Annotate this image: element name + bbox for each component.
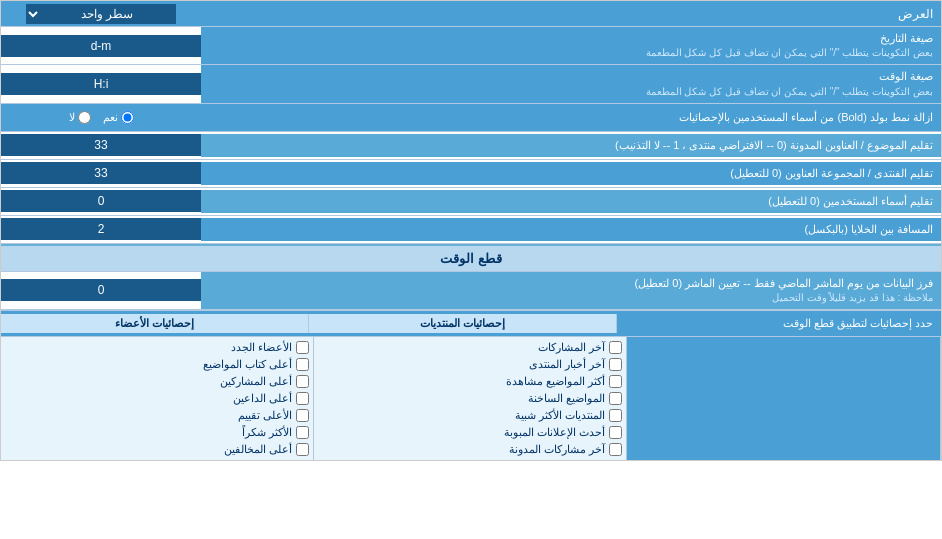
cell-spacing-row: المسافة بين الخلايا (بالبكسل) [1,216,941,244]
col2-data: الأعضاء الجددأعلى كتاب المواضيعأعلى المش… [1,337,314,460]
list-item: آخر المشاركات [318,339,622,356]
display-select-wrap[interactable]: سطر واحدسطرينثلاثة أسطر [1,2,201,26]
time-cut-input-wrap[interactable] [1,279,201,301]
col1-checkbox-6[interactable] [609,443,622,456]
topics-order-row: تقليم الموضوع / العناوين المدونة (0 -- ا… [1,132,941,160]
checkboxes-header-label: حدد إحصائيات لتطبيق قطع الوقت [617,314,941,333]
col2-checkbox-0[interactable] [296,341,309,354]
col2-checkbox-1[interactable] [296,358,309,371]
bold-remove-label: ازالة نمط بولد (Bold) من أسماء المستخدمي… [201,106,941,129]
bold-yes-radio[interactable] [121,111,134,124]
users-trim-input[interactable] [9,194,193,208]
col1-header: إحصائيات المنتديات [309,314,617,333]
bold-yes-label[interactable]: نعم [103,111,134,124]
bold-no-radio[interactable] [78,111,91,124]
col2-checkbox-2[interactable] [296,375,309,388]
display-select[interactable]: سطر واحدسطرينثلاثة أسطر [26,4,176,24]
list-item: الأكثر شكراً [5,424,309,441]
forum-order-input[interactable] [9,166,193,180]
list-item: الأعضاء الجدد [5,339,309,356]
list-item: المواضيع الساخنة [318,390,622,407]
forum-order-row: تقليم الفنتدى / المجموعة العناوين (0 للت… [1,160,941,188]
list-item: أعلى كتاب المواضيع [5,356,309,373]
list-item: أحدث الإعلانات المبوبة [318,424,622,441]
list-item: أعلى المشاركين [5,373,309,390]
time-cut-input[interactable] [9,283,193,297]
list-item: أعلى الداعين [5,390,309,407]
display-label: العرض [201,4,941,24]
list-item: آخر أخبار المنتدى [318,356,622,373]
col1-checkbox-4[interactable] [609,409,622,422]
list-item: أعلى المخالفين [5,441,309,458]
users-trim-input-wrap[interactable] [1,190,201,212]
bold-remove-row: ازالة نمط بولد (Bold) من أسماء المستخدمي… [1,104,941,132]
time-cut-row: فرز البيانات من يوم الماشر الماضي فقط --… [1,272,941,310]
col1-checkbox-3[interactable] [609,392,622,405]
col2-checkbox-5[interactable] [296,426,309,439]
time-format-input[interactable] [9,77,193,91]
col1-data: آخر المشاركاتآخر أخبار المنتدىأكثر الموا… [314,337,627,460]
time-format-label: صيغة الوقت بعض التكوينات يتطلب "/" التي … [201,65,941,102]
checkboxes-empty-left [627,337,941,460]
bold-no-label[interactable]: لا [69,111,91,124]
col2-header: إحصائيات الأعضاء [1,314,309,333]
checkboxes-cols-data: آخر المشاركاتآخر أخبار المنتدىأكثر الموا… [1,337,627,460]
cell-spacing-input-wrap[interactable] [1,218,201,240]
col1-checkbox-0[interactable] [609,341,622,354]
col1-checkbox-5[interactable] [609,426,622,439]
col1-checkbox-2[interactable] [609,375,622,388]
checkboxes-col-headers: إحصائيات المنتديات إحصائيات الأعضاء [1,314,617,333]
list-item: آخر مشاركات المدونة [318,441,622,458]
list-item: الأعلى تقييم [5,407,309,424]
checkboxes-section: حدد إحصائيات لتطبيق قطع الوقت إحصائيات ا… [1,310,941,460]
cell-spacing-label: المسافة بين الخلايا (بالبكسل) [201,218,941,241]
date-format-row: صيغة التاريخ بعض التكوينات يتطلب "/" الت… [1,27,941,65]
time-cut-label: فرز البيانات من يوم الماشر الماضي فقط --… [201,272,941,309]
time-format-input-wrap[interactable] [1,73,201,95]
checkboxes-header-row: حدد إحصائيات لتطبيق قطع الوقت إحصائيات ا… [1,311,941,337]
list-item: المنتديات الأكثر شبية [318,407,622,424]
col1-checkbox-1[interactable] [609,358,622,371]
checkboxes-data: آخر المشاركاتآخر أخبار المنتدىأكثر الموا… [1,337,941,460]
col2-checkbox-4[interactable] [296,409,309,422]
users-trim-label: تقليم أسماء المستخدمين (0 للتعطيل) [201,190,941,213]
list-item: أكثر المواضيع مشاهدة [318,373,622,390]
main-container: العرض سطر واحدسطرينثلاثة أسطر صيغة التار… [0,0,942,461]
display-row: العرض سطر واحدسطرينثلاثة أسطر [1,1,941,27]
col2-checkbox-3[interactable] [296,392,309,405]
date-format-input-wrap[interactable] [1,35,201,57]
forum-order-label: تقليم الفنتدى / المجموعة العناوين (0 للت… [201,162,941,185]
forum-order-input-wrap[interactable] [1,162,201,184]
date-format-input[interactable] [9,39,193,53]
cell-spacing-input[interactable] [9,222,193,236]
topics-order-label: تقليم الموضوع / العناوين المدونة (0 -- ا… [201,134,941,157]
topics-order-input-wrap[interactable] [1,134,201,156]
users-trim-row: تقليم أسماء المستخدمين (0 للتعطيل) [1,188,941,216]
col2-checkbox-6[interactable] [296,443,309,456]
topics-order-input[interactable] [9,138,193,152]
date-format-label: صيغة التاريخ بعض التكوينات يتطلب "/" الت… [201,27,941,64]
time-format-row: صيغة الوقت بعض التكوينات يتطلب "/" التي … [1,65,941,103]
bold-remove-radio-group: نعم لا [1,107,201,128]
time-cut-header: قطع الوقت [1,244,941,272]
